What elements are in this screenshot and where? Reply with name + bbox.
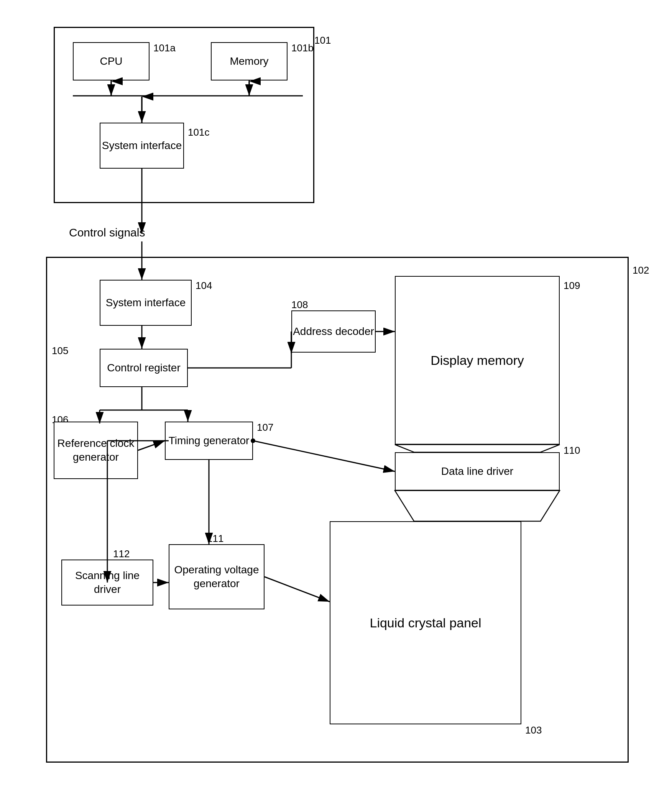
reference-clock-block: Reference clock generator (54, 422, 138, 479)
label-109: 109 (564, 280, 580, 292)
diagram-container: 101 CPU 101a Memory 101b System interfac… (23, 11, 644, 786)
label-111: 111 (207, 533, 223, 545)
label-101: 101 (314, 34, 331, 46)
label-101a: 101a (153, 42, 176, 54)
timing-generator-block: Timing generator (165, 422, 253, 460)
memory-block: Memory (211, 42, 288, 80)
label-102: 102 (633, 264, 649, 276)
label-107: 107 (257, 422, 273, 433)
display-memory-block: Display memory (395, 276, 560, 445)
system-interface-bottom-block: System interface (100, 280, 192, 326)
control-register-block: Control register (100, 349, 188, 387)
scanning-line-driver-block: Scanning line driver (61, 560, 153, 606)
address-decoder-block: Address decoder (291, 310, 376, 353)
label-101c: 101c (188, 126, 209, 138)
label-101b: 101b (291, 42, 314, 54)
label-108: 108 (291, 299, 308, 311)
cpu-block: CPU (73, 42, 150, 80)
liquid-crystal-block: Liquid crystal panel (330, 521, 521, 724)
control-signals-label: Control signals (69, 226, 145, 239)
operating-voltage-block: Operating voltage generator (169, 544, 265, 609)
system-interface-top-block: System interface (100, 123, 184, 169)
label-112: 112 (113, 548, 130, 560)
data-line-driver-block: Data line driver (395, 452, 560, 491)
label-105: 105 (52, 345, 68, 357)
label-104: 104 (196, 280, 212, 292)
label-103: 103 (525, 724, 542, 736)
label-110: 110 (564, 445, 580, 456)
